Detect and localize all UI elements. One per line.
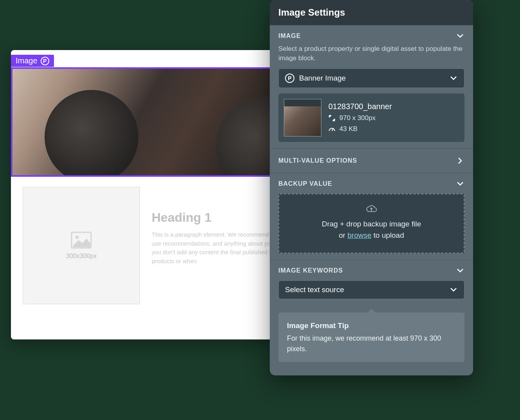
asset-thumbnail <box>284 99 321 136</box>
chevron-down-icon <box>449 285 458 294</box>
format-tip: Image Format Tip For this image, we reco… <box>278 312 464 362</box>
upload-icon <box>287 205 456 217</box>
dropzone-line1: Drag + drop backup image file <box>287 219 456 230</box>
section-multi-label: MULTI-VALUE OPTIONS <box>278 157 357 164</box>
dimensions-icon <box>328 115 335 122</box>
section-backup-header[interactable]: BACKUP VALUE <box>278 179 464 188</box>
svg-point-1 <box>75 236 79 239</box>
asset-dimensions: 970 x 300px <box>339 114 376 122</box>
section-backup-label: BACKUP VALUE <box>278 180 332 187</box>
selected-asset-card[interactable]: 01283700_banner 970 x 300px 43 KB <box>278 93 464 142</box>
section-multi-value: MULTI-VALUE OPTIONS <box>270 148 473 173</box>
image-icon <box>71 232 92 249</box>
section-image-label: IMAGE <box>278 32 301 39</box>
placeholder-dimensions: 300x300px <box>66 253 97 260</box>
section-image-description: Select a product property or single digi… <box>278 44 464 63</box>
property-icon: P <box>41 57 49 65</box>
section-image-keywords: IMAGE KEYWORDS Select text source <box>270 260 473 305</box>
tip-body: For this image, we recommend at least 97… <box>287 333 456 354</box>
chevron-down-icon <box>456 179 464 188</box>
keywords-source-dropdown[interactable]: Select text source <box>278 280 464 299</box>
section-backup-value: BACKUP VALUE Drag + drop backup image fi… <box>270 173 473 260</box>
settings-panel: Image Settings IMAGE Select a product pr… <box>270 0 473 375</box>
section-multi-header[interactable]: MULTI-VALUE OPTIONS <box>278 155 464 167</box>
backup-dropzone[interactable]: Drag + drop backup image file or browse … <box>278 194 464 254</box>
chevron-down-icon <box>456 32 464 40</box>
property-icon: P <box>285 74 294 83</box>
dropzone-line2: or browse to upload <box>287 230 456 241</box>
section-image-header[interactable]: IMAGE <box>278 32 464 40</box>
tip-title: Image Format Tip <box>287 320 456 332</box>
dropdown-value: Banner Image <box>299 74 346 83</box>
panel-title: Image Settings <box>270 0 473 25</box>
section-keywords-label: IMAGE KEYWORDS <box>278 267 343 274</box>
chevron-right-icon <box>456 156 464 165</box>
section-keywords-header[interactable]: IMAGE KEYWORDS <box>278 266 464 275</box>
dropdown-value: Select text source <box>285 285 344 294</box>
image-placeholder[interactable]: 300x300px <box>23 187 140 304</box>
selected-block-tag: Image P <box>11 55 54 67</box>
chevron-down-icon <box>449 74 458 83</box>
filesize-icon <box>328 126 335 133</box>
asset-filename: 01283700_banner <box>328 102 392 111</box>
chevron-down-icon <box>456 266 464 275</box>
section-image: IMAGE Select a product property or singl… <box>270 25 473 148</box>
block-label: Image <box>16 56 38 65</box>
browse-link[interactable]: browse <box>348 231 371 239</box>
asset-filesize: 43 KB <box>339 125 357 133</box>
image-source-dropdown[interactable]: P Banner Image <box>278 68 464 88</box>
